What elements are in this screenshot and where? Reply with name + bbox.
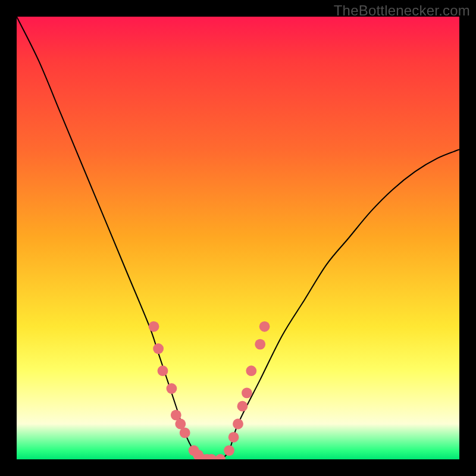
curve-marker xyxy=(153,343,164,354)
curve-marker xyxy=(233,419,243,430)
curve-marker xyxy=(180,428,190,439)
attribution-label: TheBottlenecker.com xyxy=(334,2,470,19)
curve-marker xyxy=(237,401,248,412)
curve-markers xyxy=(149,321,270,459)
chart-frame: TheBottlenecker.com xyxy=(0,0,476,476)
plot-area xyxy=(17,17,459,459)
curve-marker xyxy=(167,383,177,394)
curve-marker xyxy=(149,321,159,332)
curve-marker xyxy=(259,321,270,332)
curve-marker xyxy=(215,454,226,459)
curve-marker xyxy=(242,388,252,399)
bottleneck-curve xyxy=(17,17,459,459)
curve-marker xyxy=(158,365,168,376)
curve-marker xyxy=(255,339,265,350)
curve-marker xyxy=(228,432,239,443)
curve-marker xyxy=(246,365,256,376)
curve-marker xyxy=(224,445,234,456)
chart-svg xyxy=(17,17,459,459)
